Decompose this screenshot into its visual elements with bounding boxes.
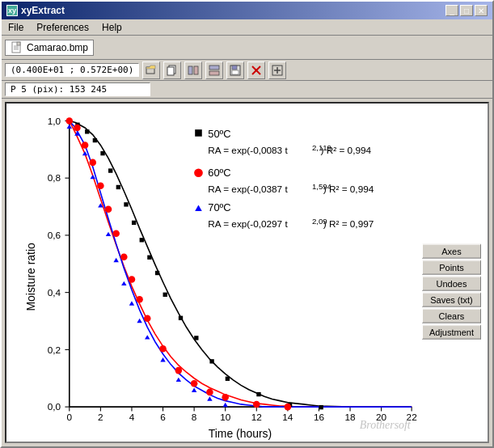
maximize-button[interactable]: □ — [460, 5, 473, 16]
y-axis-label: Moisture ratio — [24, 243, 37, 311]
app-window: xy xyExtract _ □ ✕ File Preferences Help… — [0, 0, 494, 448]
toolbar-filename: Camarao.bmp — [2, 36, 492, 60]
clears-button[interactable]: Clears — [422, 309, 481, 323]
svg-text:RA = exp(-0,0083 t: RA = exp(-0,0083 t — [208, 145, 288, 155]
flip-v-button[interactable] — [205, 61, 223, 79]
svg-rect-69 — [147, 256, 151, 260]
svg-point-80 — [82, 142, 89, 149]
menu-file[interactable]: File — [5, 21, 27, 34]
svg-rect-11 — [209, 66, 219, 70]
copy-button[interactable] — [163, 61, 181, 79]
svg-rect-65 — [116, 185, 120, 189]
zoom-button[interactable] — [268, 61, 286, 79]
save-button[interactable] — [226, 61, 244, 79]
svg-rect-70 — [155, 271, 159, 275]
svg-text:0,2: 0,2 — [48, 344, 61, 355]
svg-text:12: 12 — [251, 412, 262, 422]
open-icon — [146, 65, 157, 76]
minimize-button[interactable]: _ — [445, 5, 458, 16]
close-button[interactable]: ✕ — [475, 5, 488, 16]
svg-text:70ºC: 70ºC — [208, 201, 230, 213]
svg-rect-8 — [167, 67, 174, 75]
svg-rect-74 — [209, 359, 213, 363]
close-file-icon — [251, 65, 262, 76]
coordinate-display: (0.400E+01 ; 0.572E+00) — [5, 63, 139, 77]
svg-point-95 — [285, 404, 292, 411]
main-content: Moisture ratio 0,0 0,2 0,4 0,6 0,8 — [2, 99, 492, 446]
svg-rect-15 — [232, 70, 239, 74]
svg-point-88 — [144, 315, 151, 323]
title-bar-buttons: _ □ ✕ — [445, 5, 488, 16]
svg-point-85 — [120, 253, 128, 260]
svg-text:4: 4 — [129, 412, 135, 422]
svg-text:)   R² = 0,994: ) R² = 0,994 — [321, 145, 372, 155]
file-icon — [11, 41, 23, 54]
datapoint-60c — [65, 117, 73, 125]
svg-rect-14 — [232, 66, 237, 70]
title-bar-left: xy xyExtract — [6, 5, 65, 16]
svg-text:8: 8 — [192, 412, 197, 422]
svg-text:6: 6 — [160, 412, 166, 422]
filename-label: Camarao.bmp — [5, 40, 94, 56]
svg-point-89 — [159, 345, 167, 353]
menu-help[interactable]: Help — [99, 21, 125, 34]
flip-v-icon — [209, 65, 220, 76]
svg-rect-63 — [100, 151, 104, 155]
svg-rect-78 — [319, 405, 323, 409]
svg-text:0,0: 0,0 — [48, 401, 61, 412]
svg-text:14: 14 — [282, 412, 293, 422]
svg-rect-12 — [209, 71, 219, 75]
x-axis-label: Time (hours) — [209, 427, 272, 440]
svg-point-79 — [74, 125, 81, 132]
svg-rect-9 — [188, 66, 192, 74]
svg-point-91 — [191, 380, 198, 387]
svg-text:0: 0 — [67, 412, 73, 422]
svg-text:2: 2 — [98, 412, 103, 422]
svg-text:RA = exp(-0,0387 t: RA = exp(-0,0387 t — [208, 184, 288, 194]
svg-point-93 — [222, 394, 229, 401]
svg-point-81 — [89, 159, 96, 167]
svg-point-83 — [105, 205, 112, 213]
svg-rect-66 — [124, 202, 128, 206]
svg-text:1,0: 1,0 — [48, 116, 61, 126]
svg-text:50ºC: 50ºC — [208, 128, 230, 140]
side-buttons: Axes Points Undoes Saves (txt) Clears Ad… — [422, 244, 481, 340]
svg-text:0,4: 0,4 — [48, 287, 61, 298]
title-bar: xy xyExtract _ □ ✕ — [2, 2, 492, 19]
svg-text:0,6: 0,6 — [48, 230, 61, 240]
adjustment-button[interactable]: Adjustment — [422, 325, 481, 340]
menu-preferences[interactable]: Preferences — [33, 21, 92, 34]
copy-icon — [167, 65, 178, 76]
svg-rect-62 — [93, 138, 97, 142]
app-icon: xy — [6, 5, 18, 16]
undoes-button[interactable]: Undoes — [422, 277, 481, 291]
svg-rect-67 — [132, 221, 136, 225]
close-file-button[interactable] — [247, 61, 265, 79]
svg-rect-68 — [140, 238, 144, 242]
chart-svg: Moisture ratio 0,0 0,2 0,4 0,6 0,8 — [6, 104, 488, 442]
watermark-text: Brothersoft — [360, 419, 412, 431]
points-button[interactable]: Points — [422, 260, 481, 275]
axes-button[interactable]: Axes — [422, 244, 481, 259]
svg-text:0,8: 0,8 — [48, 172, 61, 183]
svg-point-82 — [97, 183, 104, 190]
save-icon — [230, 65, 241, 76]
svg-rect-76 — [256, 392, 260, 396]
svg-point-116 — [194, 168, 203, 177]
svg-text:10: 10 — [220, 412, 231, 422]
filename-text: Camarao.bmp — [27, 42, 88, 53]
svg-rect-75 — [226, 377, 230, 381]
flip-h-button[interactable] — [184, 61, 202, 79]
svg-text:)   R² = 0,997: ) R² = 0,997 — [323, 218, 374, 229]
svg-point-86 — [129, 276, 136, 283]
svg-rect-10 — [194, 66, 198, 74]
open-button[interactable] — [142, 61, 160, 79]
flip-h-icon — [188, 65, 199, 76]
svg-text:18: 18 — [344, 412, 356, 422]
svg-text:)   R² = 0,994: ) R² = 0,994 — [323, 184, 374, 194]
saves-button[interactable]: Saves (txt) — [422, 293, 481, 307]
menu-bar: File Preferences Help — [2, 19, 492, 36]
window-title: xyExtract — [21, 5, 65, 16]
svg-point-87 — [136, 296, 143, 303]
zoom-icon — [272, 65, 283, 76]
